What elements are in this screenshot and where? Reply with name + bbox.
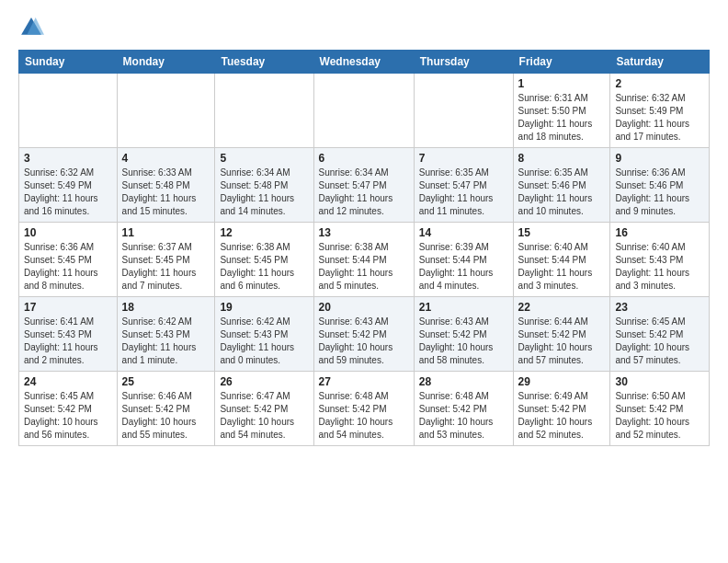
day-info: Sunrise: 6:39 AM Sunset: 5:44 PM Dayligh… xyxy=(419,241,508,293)
day-number: 21 xyxy=(419,301,508,314)
day-info: Sunrise: 6:36 AM Sunset: 5:46 PM Dayligh… xyxy=(615,167,704,218)
day-info: Sunrise: 6:43 AM Sunset: 5:42 PM Dayligh… xyxy=(419,316,508,367)
weekday-header-monday: Monday xyxy=(117,51,215,74)
calendar-cell: 26Sunrise: 6:47 AM Sunset: 5:42 PM Dayli… xyxy=(215,372,313,446)
calendar-cell: 16Sunrise: 6:40 AM Sunset: 5:43 PM Dayli… xyxy=(610,223,710,297)
calendar-cell: 25Sunrise: 6:46 AM Sunset: 5:42 PM Dayli… xyxy=(117,372,215,446)
day-info: Sunrise: 6:48 AM Sunset: 5:42 PM Dayligh… xyxy=(319,390,409,442)
day-number: 6 xyxy=(319,152,409,165)
calendar-row: 3Sunrise: 6:32 AM Sunset: 5:49 PM Daylig… xyxy=(19,148,710,223)
calendar-row: 1Sunrise: 6:31 AM Sunset: 5:50 PM Daylig… xyxy=(19,74,710,148)
day-number: 26 xyxy=(220,375,308,388)
calendar-cell xyxy=(215,74,313,148)
calendar-cell: 9Sunrise: 6:36 AM Sunset: 5:46 PM Daylig… xyxy=(610,148,710,223)
calendar-cell: 20Sunrise: 6:43 AM Sunset: 5:42 PM Dayli… xyxy=(313,297,414,372)
day-info: Sunrise: 6:34 AM Sunset: 5:47 PM Dayligh… xyxy=(319,167,409,218)
calendar-cell: 30Sunrise: 6:50 AM Sunset: 5:42 PM Dayli… xyxy=(610,372,710,446)
day-number: 10 xyxy=(24,226,112,239)
day-number: 9 xyxy=(615,152,704,165)
calendar-cell: 28Sunrise: 6:48 AM Sunset: 5:42 PM Dayli… xyxy=(414,372,513,446)
calendar-cell: 13Sunrise: 6:38 AM Sunset: 5:44 PM Dayli… xyxy=(313,223,414,297)
day-number: 17 xyxy=(24,301,112,314)
day-info: Sunrise: 6:38 AM Sunset: 5:45 PM Dayligh… xyxy=(220,241,308,293)
calendar-cell: 2Sunrise: 6:32 AM Sunset: 5:49 PM Daylig… xyxy=(610,74,710,148)
day-number: 13 xyxy=(319,226,409,239)
day-info: Sunrise: 6:40 AM Sunset: 5:43 PM Dayligh… xyxy=(615,241,704,293)
day-info: Sunrise: 6:45 AM Sunset: 5:42 PM Dayligh… xyxy=(24,390,112,442)
weekday-header-wednesday: Wednesday xyxy=(313,51,414,74)
calendar-cell: 6Sunrise: 6:34 AM Sunset: 5:47 PM Daylig… xyxy=(313,148,414,223)
header xyxy=(18,15,710,40)
day-number: 3 xyxy=(24,152,112,165)
day-number: 30 xyxy=(615,375,704,388)
day-number: 25 xyxy=(122,375,210,388)
day-number: 12 xyxy=(220,226,308,239)
calendar-head: SundayMondayTuesdayWednesdayThursdayFrid… xyxy=(19,51,710,74)
day-number: 8 xyxy=(518,152,606,165)
day-number: 14 xyxy=(419,226,508,239)
calendar-cell: 29Sunrise: 6:49 AM Sunset: 5:42 PM Dayli… xyxy=(513,372,610,446)
calendar-cell xyxy=(117,74,215,148)
weekday-header-friday: Friday xyxy=(513,51,610,74)
weekday-header-thursday: Thursday xyxy=(414,51,513,74)
weekday-row: SundayMondayTuesdayWednesdayThursdayFrid… xyxy=(19,51,710,74)
calendar-cell: 24Sunrise: 6:45 AM Sunset: 5:42 PM Dayli… xyxy=(19,372,118,446)
day-number: 29 xyxy=(518,375,606,388)
day-info: Sunrise: 6:46 AM Sunset: 5:42 PM Dayligh… xyxy=(122,390,210,442)
calendar-cell xyxy=(19,74,118,148)
day-info: Sunrise: 6:50 AM Sunset: 5:42 PM Dayligh… xyxy=(615,390,704,442)
day-info: Sunrise: 6:31 AM Sunset: 5:50 PM Dayligh… xyxy=(518,92,606,144)
calendar-cell: 12Sunrise: 6:38 AM Sunset: 5:45 PM Dayli… xyxy=(215,223,313,297)
calendar-cell: 15Sunrise: 6:40 AM Sunset: 5:44 PM Dayli… xyxy=(513,223,610,297)
calendar-cell: 22Sunrise: 6:44 AM Sunset: 5:42 PM Dayli… xyxy=(513,297,610,372)
calendar-row: 17Sunrise: 6:41 AM Sunset: 5:43 PM Dayli… xyxy=(19,297,710,372)
day-number: 23 xyxy=(615,301,704,314)
day-number: 2 xyxy=(615,77,704,90)
weekday-header-tuesday: Tuesday xyxy=(215,51,313,74)
day-number: 16 xyxy=(615,226,704,239)
calendar-cell: 17Sunrise: 6:41 AM Sunset: 5:43 PM Dayli… xyxy=(19,297,118,372)
calendar-cell xyxy=(313,74,414,148)
day-info: Sunrise: 6:40 AM Sunset: 5:44 PM Dayligh… xyxy=(518,241,606,293)
calendar-cell: 27Sunrise: 6:48 AM Sunset: 5:42 PM Dayli… xyxy=(313,372,414,446)
day-number: 28 xyxy=(419,375,508,388)
calendar-cell: 5Sunrise: 6:34 AM Sunset: 5:48 PM Daylig… xyxy=(215,148,313,223)
day-info: Sunrise: 6:45 AM Sunset: 5:42 PM Dayligh… xyxy=(615,316,704,367)
calendar-cell: 23Sunrise: 6:45 AM Sunset: 5:42 PM Dayli… xyxy=(610,297,710,372)
day-info: Sunrise: 6:48 AM Sunset: 5:42 PM Dayligh… xyxy=(419,390,508,442)
day-number: 5 xyxy=(220,152,308,165)
day-info: Sunrise: 6:47 AM Sunset: 5:42 PM Dayligh… xyxy=(220,390,308,442)
page: SundayMondayTuesdayWednesdayThursdayFrid… xyxy=(0,0,728,563)
day-info: Sunrise: 6:34 AM Sunset: 5:48 PM Dayligh… xyxy=(220,167,308,218)
calendar-cell: 4Sunrise: 6:33 AM Sunset: 5:48 PM Daylig… xyxy=(117,148,215,223)
calendar-cell: 7Sunrise: 6:35 AM Sunset: 5:47 PM Daylig… xyxy=(414,148,513,223)
calendar-body: 1Sunrise: 6:31 AM Sunset: 5:50 PM Daylig… xyxy=(19,74,710,446)
day-info: Sunrise: 6:41 AM Sunset: 5:43 PM Dayligh… xyxy=(24,316,112,367)
day-number: 22 xyxy=(518,301,606,314)
day-number: 24 xyxy=(24,375,112,388)
calendar-cell: 8Sunrise: 6:35 AM Sunset: 5:46 PM Daylig… xyxy=(513,148,610,223)
day-info: Sunrise: 6:43 AM Sunset: 5:42 PM Dayligh… xyxy=(319,316,409,367)
day-info: Sunrise: 6:32 AM Sunset: 5:49 PM Dayligh… xyxy=(615,92,704,144)
calendar-row: 10Sunrise: 6:36 AM Sunset: 5:45 PM Dayli… xyxy=(19,223,710,297)
day-number: 11 xyxy=(122,226,210,239)
day-info: Sunrise: 6:42 AM Sunset: 5:43 PM Dayligh… xyxy=(122,316,210,367)
calendar-cell: 19Sunrise: 6:42 AM Sunset: 5:43 PM Dayli… xyxy=(215,297,313,372)
day-info: Sunrise: 6:38 AM Sunset: 5:44 PM Dayligh… xyxy=(319,241,409,293)
calendar-cell: 10Sunrise: 6:36 AM Sunset: 5:45 PM Dayli… xyxy=(19,223,118,297)
calendar-cell xyxy=(414,74,513,148)
day-info: Sunrise: 6:35 AM Sunset: 5:46 PM Dayligh… xyxy=(518,167,606,218)
day-number: 19 xyxy=(220,301,308,314)
calendar-row: 24Sunrise: 6:45 AM Sunset: 5:42 PM Dayli… xyxy=(19,372,710,446)
calendar-cell: 11Sunrise: 6:37 AM Sunset: 5:45 PM Dayli… xyxy=(117,223,215,297)
weekday-header-sunday: Sunday xyxy=(19,51,118,74)
day-info: Sunrise: 6:42 AM Sunset: 5:43 PM Dayligh… xyxy=(220,316,308,367)
logo-icon xyxy=(18,15,44,40)
day-number: 7 xyxy=(419,152,508,165)
day-info: Sunrise: 6:37 AM Sunset: 5:45 PM Dayligh… xyxy=(122,241,210,293)
calendar-cell: 3Sunrise: 6:32 AM Sunset: 5:49 PM Daylig… xyxy=(19,148,118,223)
day-info: Sunrise: 6:49 AM Sunset: 5:42 PM Dayligh… xyxy=(518,390,606,442)
day-info: Sunrise: 6:32 AM Sunset: 5:49 PM Dayligh… xyxy=(24,167,112,218)
day-number: 1 xyxy=(518,77,606,90)
day-info: Sunrise: 6:35 AM Sunset: 5:47 PM Dayligh… xyxy=(419,167,508,218)
